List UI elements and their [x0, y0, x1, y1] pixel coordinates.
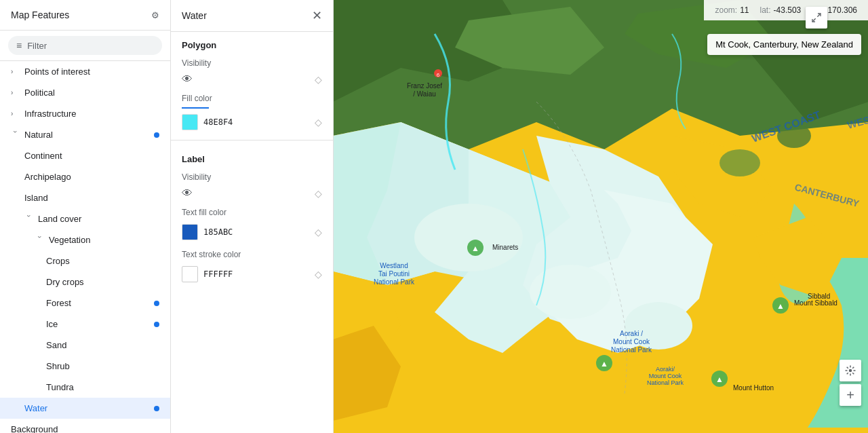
map-canvas[interactable]: WEST COAST CANTERBURY WEST COAST CANTERB… [334, 0, 868, 433]
sidebar-item-label: Dry crops [46, 277, 159, 287]
text-fill-swatch[interactable] [182, 224, 198, 240]
eye-icon[interactable]: 👁 [182, 73, 193, 86]
lat-stat: lat: -43.503 [760, 5, 802, 15]
sidebar-item-label: Archipelago [24, 172, 159, 182]
sidebar-item-label: Crops [46, 256, 159, 266]
svg-text:6: 6 [437, 72, 440, 78]
sidebar-item-label: Water [24, 403, 154, 413]
zoom-stat: zoom: 11 [715, 5, 749, 15]
sidebar: Map Features ⚙ ≡ Filter › Points of inte… [0, 0, 171, 433]
svg-point-12 [530, 265, 611, 319]
fullscreen-button[interactable] [806, 7, 827, 29]
sidebar-item-label: Points of interest [24, 67, 159, 77]
sidebar-item-sand[interactable]: Sand [0, 335, 170, 356]
svg-point-18 [719, 149, 760, 176]
active-dot [154, 406, 159, 411]
active-dot [154, 132, 159, 138]
fill-color-swatch[interactable] [182, 114, 198, 130]
sidebar-item-political[interactable]: › Political [0, 82, 170, 103]
label-visibility-row: 👁 ◇ [171, 185, 333, 202]
tooltip-text: Mt Cook, Canterbury, New Zealand [715, 39, 853, 50]
map-area[interactable]: zoom: 11 lat: -43.503 lng: 170.306 [334, 0, 868, 433]
close-button[interactable]: ✕ [312, 10, 322, 22]
polygon-fill-color-row[interactable]: 48E8F4 ◇ [171, 110, 333, 134]
chevron-icon: › [12, 131, 19, 139]
eye-icon[interactable]: 👁 [182, 187, 193, 200]
polygon-fill-color-label: Fill color [171, 88, 333, 106]
sidebar-item-infrastructure[interactable]: › Infrastructure [0, 103, 170, 124]
sidebar-item-island[interactable]: Island [0, 187, 170, 208]
svg-text:Sibbald: Sibbald [808, 293, 830, 300]
fill-color-underline [182, 107, 209, 109]
zoom-in-button[interactable]: + [840, 384, 861, 406]
svg-text:Westland: Westland [380, 262, 408, 269]
sidebar-item-water[interactable]: Water [0, 398, 170, 419]
sidebar-title: Map Features [11, 10, 69, 20]
svg-text:▲: ▲ [776, 301, 785, 311]
text-fill-label: Text fill color [171, 202, 333, 220]
active-dot [154, 301, 159, 306]
svg-line-49 [817, 14, 821, 17]
chevron-icon: › [11, 89, 19, 96]
svg-text:▲: ▲ [471, 244, 479, 253]
svg-text:Mount Sibbald: Mount Sibbald [794, 299, 837, 307]
label-visibility-label: Visibility [171, 167, 333, 185]
svg-text:▲: ▲ [715, 375, 724, 384]
sidebar-item-ice[interactable]: Ice [0, 314, 170, 335]
sidebar-item-forest[interactable]: Forest [0, 293, 170, 314]
sidebar-item-background[interactable]: Background [0, 419, 170, 433]
sidebar-item-archipelago[interactable]: Archipelago [0, 166, 170, 187]
section-divider [171, 140, 333, 140]
sidebar-item-label: Sand [46, 340, 159, 350]
chevron-icon: › [11, 110, 19, 117]
diamond-icon[interactable]: ◇ [315, 188, 322, 199]
sidebar-item-points-of-interest[interactable]: › Points of interest [0, 61, 170, 82]
svg-text:Franz Josef: Franz Josef [407, 82, 442, 90]
svg-line-50 [812, 18, 816, 22]
detail-header: Water ✕ [171, 0, 333, 32]
diamond-icon[interactable]: ◇ [315, 117, 322, 128]
text-stroke-label: Text stroke color [171, 244, 333, 262]
filter-input-box[interactable]: ≡ Filter [8, 36, 162, 55]
text-stroke-swatch[interactable] [182, 266, 198, 282]
color-swatch-group: 48E8F4 [182, 114, 233, 130]
sidebar-item-land-cover[interactable]: › Land cover [0, 208, 170, 229]
filter-label: Filter [27, 41, 47, 51]
lat-value: -43.503 [774, 5, 802, 15]
svg-text:Aoraki/: Aoraki/ [656, 366, 675, 373]
sidebar-item-vegetation[interactable]: › Vegetation [0, 229, 170, 250]
filter-container: ≡ Filter [0, 31, 170, 61]
svg-text:Aoraki /: Aoraki / [620, 330, 643, 337]
sidebar-item-label: Ice [46, 319, 154, 329]
fill-color-value: 48E8F4 [203, 117, 233, 127]
chevron-icon: › [36, 236, 43, 244]
sidebar-item-shrub[interactable]: Shrub [0, 356, 170, 377]
chevron-icon: › [25, 215, 33, 223]
text-fill-color-row[interactable]: 185ABC ◇ [171, 220, 333, 244]
detail-panel: Water ✕ Polygon Visibility 👁 ◇ Fill colo… [171, 0, 334, 433]
label-section-title: Label [171, 146, 333, 167]
sidebar-item-crops[interactable]: Crops [0, 250, 170, 271]
gear-icon[interactable]: ⚙ [151, 10, 159, 20]
my-location-button[interactable] [840, 360, 861, 381]
diamond-icon[interactable]: ◇ [315, 227, 322, 238]
sidebar-item-natural[interactable]: › Natural [0, 124, 170, 145]
svg-text:Minarets: Minarets [492, 244, 518, 251]
location-tooltip: Mt Cook, Canterbury, New Zealand [707, 34, 861, 55]
sidebar-item-label: Continent [24, 151, 159, 161]
diamond-icon[interactable]: ◇ [315, 269, 322, 280]
svg-text:Mount Cook: Mount Cook [613, 338, 650, 345]
sidebar-item-label: Natural [24, 130, 154, 140]
diamond-icon[interactable]: ◇ [315, 74, 322, 85]
sidebar-item-continent[interactable]: Continent [0, 145, 170, 166]
svg-text:/ Waiau: / Waiau [413, 90, 436, 98]
color-swatch-group: FFFFFF [182, 266, 233, 282]
sidebar-item-label: Tundra [46, 382, 159, 392]
sidebar-item-tundra[interactable]: Tundra [0, 377, 170, 398]
filter-icon: ≡ [16, 40, 22, 51]
svg-text:National Park: National Park [374, 278, 415, 286]
zoom-label: zoom: [715, 5, 737, 15]
color-swatch-group: 185ABC [182, 224, 233, 240]
sidebar-item-dry-crops[interactable]: Dry crops [0, 271, 170, 293]
text-stroke-color-row[interactable]: FFFFFF ◇ [171, 262, 333, 286]
